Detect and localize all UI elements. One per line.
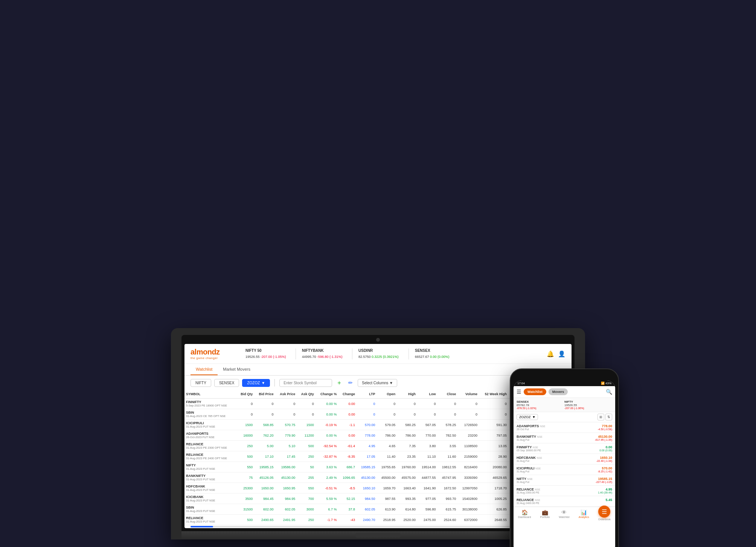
phone-stock-item[interactable]: NIFTY NSE 31 Aug Fut 19585.15 -227.40 (-… [514, 475, 615, 486]
change-value: -43 [350, 518, 355, 522]
high-cell: 19760.00 [397, 462, 417, 472]
close-cell: 19812.55 [437, 462, 458, 472]
stock-symbol-input[interactable] [279, 379, 332, 387]
horizontal-scrollbar[interactable] [191, 526, 565, 527]
phone-hamburger-icon[interactable]: ☰ [517, 389, 521, 395]
phone-search-icon[interactable]: 🔍 [606, 389, 612, 395]
low-cell: 3.80 [417, 441, 437, 451]
open-cell: 987.55 [377, 494, 397, 504]
symbol-cell: NIFTY31-Aug-2023 FUT NSE [184, 462, 236, 472]
phone-watchlist-dropdown[interactable]: ZOZOZ ▼ [517, 414, 538, 420]
nifty-button[interactable]: NIFTY [191, 379, 211, 387]
col-header-symbol: SYMBOL [184, 390, 236, 399]
phone-stock-item[interactable]: ADANIPORTS NSE 26 Oct Fut 778.00 -4.50 (… [514, 422, 615, 433]
ask_price-cell: 570.75 [275, 420, 297, 430]
index-value: 44995.70 [302, 355, 317, 359]
add-stock-icon[interactable]: ＋ [335, 379, 343, 387]
symbol-sub: 31-Aug-2023 PE 2400 OPT NSE [186, 457, 235, 460]
ask_price-cell: 5.10 [275, 441, 297, 451]
change-cell: 0.00 [338, 409, 357, 420]
phone-movers-tab[interactable]: Movers [549, 388, 568, 395]
low-cell: 0 [417, 399, 437, 409]
high-cell: 993.35 [397, 494, 417, 504]
low-cell: 0 [417, 409, 437, 420]
zozoz-button[interactable]: ZOZOZ ▼ [242, 379, 270, 387]
symbol-cell: ADANIPORTS26-Oct-2023 FUT NSE [184, 430, 236, 441]
phone-nav-label: Portfolio [540, 516, 550, 518]
phone-stock-item[interactable]: RELIANCE NSE 31 Aug 2400.00 PE 5.45 [514, 496, 615, 507]
change-pct-cell: -0.19 % [316, 420, 338, 430]
phone-nav-watchlist[interactable]: 👁Watchlist [559, 509, 569, 521]
phone-stock-name: ICICIPRULI NSE [517, 466, 541, 470]
high-cell: 45575.00 [397, 472, 417, 483]
symbol-sub: 31-Aug-2023 CE 785 OPT NSE [186, 414, 235, 418]
phone-stock-sub: 31 Aug Fut [517, 470, 541, 473]
symbol-name: BANKNIFTY [186, 474, 235, 478]
phone-fab[interactable]: ☰ [598, 506, 610, 518]
open-cell: 45500.00 [377, 472, 397, 483]
phone-stock-item[interactable]: FINNIFTY NSE 05 Sep 18900.00 PE 0.00 0.0… [514, 443, 615, 454]
notification-icon[interactable]: 🔔 [547, 350, 554, 358]
phone-stock-item[interactable]: ICICIPRULI NSE 31 Aug Fut 570.00 -8.25 (… [514, 464, 615, 475]
high-cell: 2520.00 [397, 515, 417, 525]
ask_qty-cell: 0 [297, 399, 316, 409]
phone-index-val: 65782.78 [517, 403, 564, 407]
phone-stock-item[interactable]: HDFCBANK NSE 31 Aug Fut 1650.10 -22.40 (… [514, 454, 615, 464]
phone-nav-icon: 💼 [542, 509, 548, 515]
phone-stock-info: HDFCBANK NSE 31 Aug Fut [517, 456, 542, 462]
symbol-sub: 31-Aug-2023 FUT NSE [186, 488, 235, 492]
volume-cell: 1726500 [457, 420, 479, 430]
ltp-value: 570.00 [365, 423, 375, 427]
bid_price-cell: 17.10 [254, 451, 275, 462]
ltp-value: 17.05 [367, 455, 375, 458]
change-cell: -8.5 [338, 483, 357, 494]
phone-stock-item[interactable]: RELIANCE NSE 31 Aug 2300.00 PE 4.95 1.40… [514, 486, 615, 496]
change-pct-value: 5.59 % [326, 497, 337, 501]
wk52h-cell: 626.85 [479, 504, 508, 515]
ltp-cell: 602.05 [357, 504, 377, 515]
col-header-bid-price: Bid Price [254, 390, 275, 399]
phone-nav-orderbook[interactable]: ☰Orderbook [598, 509, 611, 521]
close-cell: 11.60 [437, 451, 458, 462]
index-name: NIFTYBANK [302, 348, 346, 353]
sort-icon[interactable]: ⇅ [605, 414, 612, 420]
change-pct-cell: 2.49 % [316, 472, 338, 483]
change-value: 0.00 [348, 413, 355, 416]
sensex-button[interactable]: SENSEX [214, 379, 239, 387]
tab-market-movers[interactable]: Market Movers [218, 364, 256, 375]
profile-icon[interactable]: 👤 [558, 350, 565, 358]
symbol-name: ICICIBANK [186, 495, 235, 499]
grid-view-icon[interactable]: ⊞ [597, 414, 604, 420]
edit-icon[interactable]: ✏ [346, 379, 355, 387]
phone-index: NIFTY 19526.55 -207.00 (-1.06%) [564, 400, 612, 409]
change-cell: 686.7 [338, 462, 357, 472]
phone-nav-portfolio[interactable]: 💼Portfolio [540, 509, 550, 521]
phone-nav-dashboard[interactable]: 🏠Dashboard [518, 509, 531, 521]
phone-screen: 17:04 📶 43% ☰ Watchlist Movers 🔍 SENSEX … [514, 380, 615, 547]
tab-watchlist[interactable]: Watchlist [191, 364, 218, 375]
bid_qty-value: 31500 [243, 507, 253, 511]
volume-cell: 23200 [457, 430, 479, 441]
ltp-cell: 4.95 [357, 441, 377, 451]
select-columns-button[interactable]: Select Columns ▼ [358, 379, 397, 387]
ltp-cell: 0 [357, 399, 377, 409]
low-cell: 977.05 [417, 494, 437, 504]
ask_qty-cell: 255 [297, 472, 316, 483]
open-cell: 579.05 [377, 420, 397, 430]
ltp-value: 0 [373, 402, 375, 406]
ask_qty-value: 0 [312, 402, 314, 406]
phone-nav-analytics[interactable]: 📊Analytics [579, 509, 589, 521]
phone-stock-list: ADANIPORTS NSE 26 Oct Fut 778.00 -4.50 (… [514, 422, 615, 507]
bid_qty-cell: 16000 [236, 430, 254, 441]
phone-watchlist-tab[interactable]: Watchlist [524, 388, 546, 395]
phone-stock-item[interactable]: BANKNIFTY NSE 31 Aug Fut 45130.00 -617.9… [514, 433, 615, 443]
symbol-sub: 31-Aug-2023 FUT NSE [186, 520, 235, 523]
ask_qty-value: 255 [308, 476, 314, 480]
change-cell: -1.1 [338, 420, 357, 430]
phone-stock-info: ADANIPORTS NSE 26 Oct Fut [517, 424, 545, 431]
ask_price-cell: 1650.95 [275, 483, 297, 494]
ask_qty-cell: 700 [297, 494, 316, 504]
symbol-cell: HDFCBANK31-Aug-2023 FUT NSE [184, 483, 236, 494]
col-header-close: Close [437, 390, 458, 399]
logo: almondz the game changer [191, 348, 232, 360]
